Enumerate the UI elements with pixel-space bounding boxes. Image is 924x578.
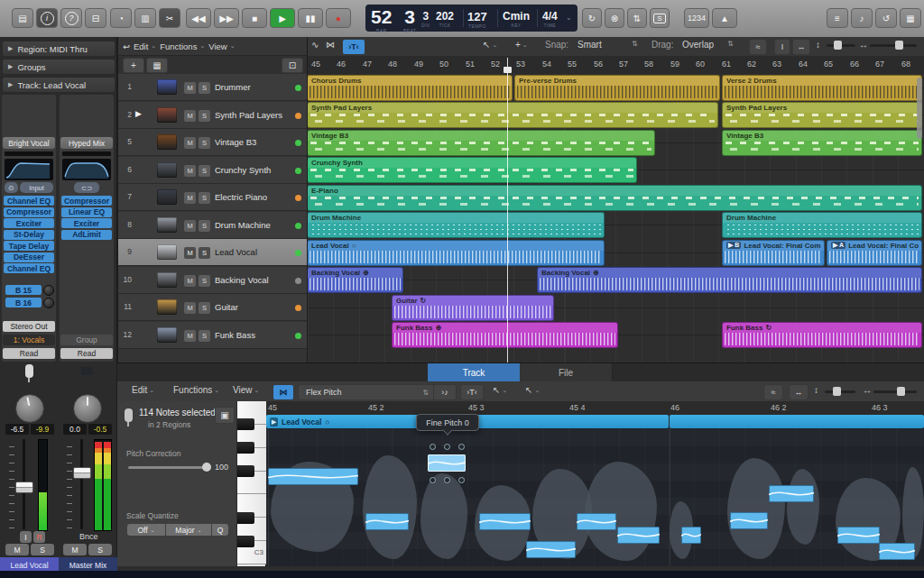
send-level-knob[interactable] [43, 285, 54, 296]
flex-button[interactable]: ⋈ [273, 384, 294, 400]
note-edit-hotspot[interactable] [430, 477, 436, 483]
solo-button[interactable]: S [199, 82, 210, 94]
solo-button[interactable]: S [199, 165, 210, 177]
piano-black-key[interactable] [237, 418, 254, 430]
flex-mode-dropdown[interactable]: Flex Pitch ⇅ [298, 384, 435, 400]
snap-stepper-icon[interactable]: ⇅ [632, 40, 638, 48]
peak-display[interactable]: -9.9 [31, 424, 54, 435]
solo-button[interactable]: S [199, 110, 210, 122]
rewind-button[interactable]: ◀◀ [186, 8, 211, 28]
inspector-button[interactable]: i [36, 8, 58, 28]
track-header-guitar[interactable]: 11MSGuitar [117, 294, 308, 321]
vertical-scrollbar[interactable] [917, 78, 922, 139]
scale-quantize-scale-dropdown[interactable]: Major⌄ [166, 524, 211, 536]
lcd-display[interactable]: 52BAR 3BEAT 3DIV 202TICK 127TEMPO CminKE… [365, 5, 578, 32]
duplicate-track-button[interactable]: ▦ [146, 58, 168, 73]
note-edit-hotspot[interactable] [444, 444, 450, 450]
mute-button[interactable]: M [5, 544, 29, 555]
region-chorus-drums[interactable]: Chorus Drums [307, 75, 513, 101]
send-level-knob[interactable] [43, 298, 54, 308]
region-lead-vocal-final-com[interactable]: ▶ BLead Vocal: Final Com [722, 240, 825, 266]
zoom-fit-button[interactable]: ↔ [792, 39, 810, 55]
play-icon[interactable]: ▶ [135, 109, 142, 118]
smart-controls-button[interactable]: ◔ [110, 8, 132, 28]
lcd-chevron-icon[interactable]: ⌄ [566, 14, 572, 22]
fader-cap[interactable] [15, 482, 33, 493]
mute-button[interactable]: M [184, 247, 196, 259]
flex-pitch-note[interactable] [526, 541, 576, 558]
region-verse-2-drums[interactable]: Verse 2 Drums [722, 75, 922, 101]
count-in-button[interactable]: ⇅ [627, 8, 647, 28]
track-header-funk-bass[interactable]: 12MSFunk Bass [117, 322, 308, 349]
flex-pitch-note[interactable] [365, 513, 409, 530]
track-header-drum-machine[interactable]: 8MSDrum Machine [117, 212, 308, 239]
solo-button[interactable]: S [199, 302, 210, 314]
flex-pitch-note[interactable] [769, 485, 814, 502]
record-enable-button[interactable]: R [33, 531, 45, 543]
input-monitor-button[interactable]: I [20, 531, 32, 543]
horizontal-zoom-slider[interactable] [870, 44, 917, 47]
region-vintage-b3[interactable]: Vintage B3 [722, 130, 922, 156]
plugin-slot[interactable]: AdLimit [61, 230, 112, 240]
pointer-tool[interactable]: ↖⌄ [493, 385, 507, 395]
display-mode-button[interactable]: ▣ [215, 407, 235, 424]
group-slot[interactable]: Group [60, 335, 113, 345]
plugin-slot[interactable]: Channel EQ [4, 196, 54, 206]
mute-button[interactable]: M [184, 137, 196, 149]
mute-button[interactable]: M [184, 165, 196, 177]
zoom-fit-button[interactable]: ↔ [789, 384, 808, 400]
toolbar-toggle-button[interactable]: ⊟ [85, 8, 106, 28]
region-funk-bass[interactable]: Funk Bass↻ [722, 322, 922, 348]
region-pre-verse-drums[interactable]: Pre-verse Drums [514, 75, 720, 101]
cycle-button[interactable]: ↻ [582, 8, 602, 28]
region-lead-vocal[interactable]: Lead Vocal○ [307, 240, 605, 266]
crosshair-tool[interactable]: +⌄ [515, 40, 528, 50]
vertical-zoom-slider[interactable] [825, 390, 855, 393]
autopunch-button[interactable]: ⊗ [605, 8, 624, 28]
list-editors-button[interactable]: ≡ [827, 8, 848, 28]
mute-button[interactable]: M [184, 275, 196, 287]
region-e-piano[interactable]: E-Piano [307, 185, 922, 211]
fader-track[interactable] [80, 439, 83, 529]
piano-black-key[interactable] [237, 465, 254, 477]
track-inspector-header[interactable]: ▶ Track: Lead Vocal [2, 77, 116, 93]
plugin-slot[interactable]: St-Delay [4, 230, 54, 240]
plugin-slot[interactable]: Compressor [61, 196, 112, 206]
flex-icon[interactable]: ⋈ [326, 40, 335, 50]
output-slot[interactable]: Stereo Out [3, 321, 55, 332]
tab-file[interactable]: File [520, 363, 613, 382]
flex-pitch-note[interactable] [479, 513, 531, 530]
piano-black-key[interactable] [237, 536, 254, 547]
midi-monitor-button[interactable]: ›♪ [433, 384, 457, 400]
functions-menu[interactable]: Functions⌄ [160, 41, 205, 51]
plugin-slot[interactable]: Tape Delay [4, 241, 54, 251]
bar-ruler[interactable]: 4546474849505152535455565758596061626364… [308, 56, 924, 75]
solo-button[interactable]: S [199, 192, 210, 204]
edit-menu[interactable]: Edit⌄ [134, 41, 156, 51]
playhead-marker[interactable] [504, 67, 512, 73]
solo-button[interactable]: S [88, 544, 112, 555]
mixer-button[interactable]: ▥ [134, 8, 156, 28]
region-inspector-header[interactable]: ▶ Region: MIDI Thru [2, 41, 116, 57]
track-header-synth-pad-layers[interactable]: 2▶MSSynth Pad Layers [117, 102, 308, 129]
track-header-electric-piano[interactable]: 7MSElectric Piano [117, 184, 308, 211]
scale-quantize-apply-button[interactable]: Q [212, 524, 228, 536]
note-edit-hotspot[interactable] [458, 477, 465, 483]
input-format-button[interactable]: ⊙ [5, 182, 18, 193]
catch-playhead-button[interactable]: ›T‹ [460, 384, 484, 400]
plugin-slot[interactable]: Exciter [61, 218, 112, 228]
peak-display[interactable]: -0.5 [88, 424, 112, 435]
secondary-pointer-tool[interactable]: ↖⌄ [525, 385, 540, 395]
waveform-zoom-button[interactable]: ≈ [749, 39, 767, 55]
automation-icon[interactable]: ∿ [311, 40, 319, 50]
plugin-slot[interactable]: Compressor [4, 207, 54, 217]
mute-button[interactable]: M [184, 302, 196, 314]
volume-display[interactable]: 0.0 [63, 424, 87, 435]
track-header-crunchy-synth[interactable]: 6MSCrunchy Synth [117, 157, 308, 184]
forward-button[interactable]: ▶▶ [214, 8, 239, 28]
editors-button[interactable]: ✂ [159, 8, 180, 28]
solo-button[interactable]: S [650, 8, 670, 28]
track-header-lead-vocal[interactable]: 9MSLead Vocal [117, 239, 308, 266]
browsers-button[interactable]: ▦ [900, 8, 921, 28]
solo-button[interactable]: S [31, 544, 54, 555]
